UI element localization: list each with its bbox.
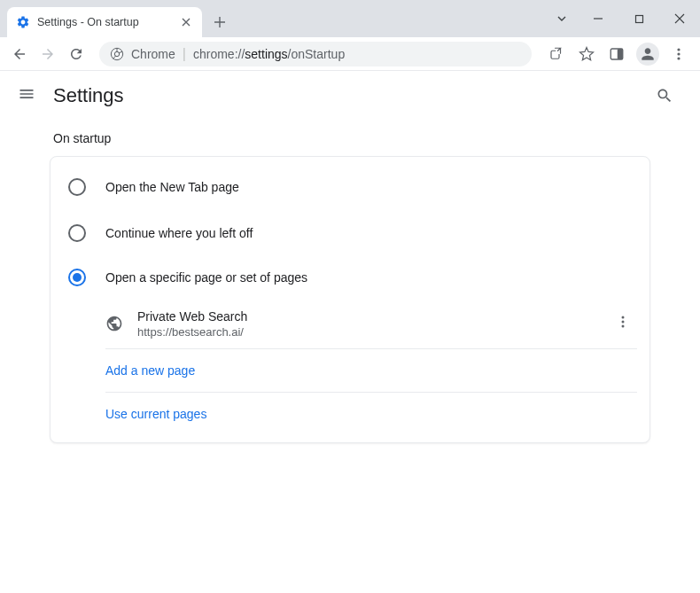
radio-icon (68, 269, 86, 286)
globe-icon (105, 315, 123, 332)
use-current-pages-button[interactable]: Use current pages (105, 393, 637, 435)
search-settings-button[interactable] (647, 78, 682, 113)
close-tab-button[interactable] (179, 15, 193, 29)
svg-point-5 (677, 48, 680, 51)
option-label: Open a specific page or set of pages (105, 270, 307, 285)
startup-page-row: Private Web Search https://bestsearch.ai… (105, 299, 637, 349)
share-icon (548, 46, 564, 62)
minimize-button[interactable] (578, 4, 618, 33)
browser-toolbar: Chrome | chrome://settings/onStartup (0, 37, 700, 71)
window-controls (546, 0, 700, 37)
page-name: Private Web Search (137, 309, 595, 324)
plus-icon (214, 16, 226, 28)
more-vert-icon (616, 315, 630, 329)
window-titlebar: Settings - On startup (0, 0, 700, 37)
reload-icon (68, 46, 84, 62)
page-title: Settings (53, 84, 124, 107)
maximize-button[interactable] (618, 4, 659, 33)
bookmark-button[interactable] (572, 40, 601, 68)
page-url: https://bestsearch.ai/ (137, 325, 595, 339)
share-button[interactable] (542, 40, 571, 68)
omnibox-url: chrome://settings/onStartup (193, 47, 345, 61)
tab-title: Settings - On startup (37, 16, 172, 28)
radio-icon (68, 224, 86, 242)
profile-avatar[interactable] (636, 43, 659, 66)
search-icon (656, 87, 673, 105)
close-icon (182, 18, 191, 27)
chrome-logo-icon (110, 47, 124, 61)
option-label: Continue where you left off (105, 226, 253, 240)
svg-rect-0 (635, 15, 642, 22)
page-info: Private Web Search https://bestsearch.ai… (137, 309, 595, 339)
close-icon (674, 13, 685, 24)
browser-tab[interactable]: Settings - On startup (7, 7, 202, 37)
panel-icon (609, 46, 625, 62)
gear-icon (16, 15, 30, 29)
chevron-down-icon (556, 12, 568, 25)
forward-button[interactable] (35, 42, 60, 66)
settings-header: Settings (0, 71, 700, 121)
add-page-button[interactable]: Add a new page (105, 349, 637, 393)
svg-point-10 (622, 325, 625, 328)
section-title: On startup (53, 131, 650, 145)
svg-point-8 (622, 316, 625, 319)
person-icon (639, 45, 657, 63)
star-icon (579, 46, 595, 62)
minimize-icon (593, 13, 603, 24)
omnibox-separator: | (183, 46, 186, 62)
more-vert-icon (672, 47, 686, 61)
toolbar-actions (542, 40, 693, 68)
new-tab-button[interactable] (207, 10, 232, 35)
settings-content: On startup Open the New Tab page Continu… (0, 121, 700, 443)
arrow-right-icon (40, 46, 56, 62)
page-actions-button[interactable] (609, 308, 637, 339)
arrow-left-icon (12, 46, 27, 62)
address-bar[interactable]: Chrome | chrome://settings/onStartup (99, 42, 532, 66)
side-panel-button[interactable] (603, 40, 631, 68)
maximize-icon (634, 14, 644, 24)
close-window-button[interactable] (659, 4, 700, 33)
omnibox-scheme: Chrome (131, 47, 175, 61)
reload-button[interactable] (64, 42, 89, 66)
option-continue[interactable]: Continue where you left off (51, 210, 649, 256)
startup-card: Open the New Tab page Continue where you… (50, 156, 650, 443)
hamburger-icon (18, 85, 35, 103)
option-label: Open the New Tab page (105, 180, 239, 194)
back-button[interactable] (7, 42, 32, 66)
svg-point-7 (677, 57, 680, 59)
settings-menu-button[interactable] (18, 85, 35, 106)
startup-pages-list: Private Web Search https://bestsearch.ai… (105, 299, 637, 435)
svg-rect-4 (618, 49, 623, 59)
tab-search-button[interactable] (546, 4, 578, 33)
svg-point-9 (622, 321, 625, 324)
svg-point-6 (677, 52, 680, 55)
radio-icon (68, 178, 86, 196)
option-specific-pages[interactable]: Open a specific page or set of pages (51, 256, 649, 299)
chrome-menu-button[interactable] (665, 40, 693, 68)
option-new-tab[interactable]: Open the New Tab page (51, 164, 649, 210)
